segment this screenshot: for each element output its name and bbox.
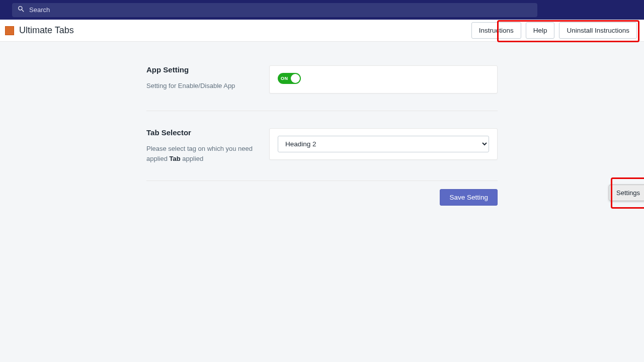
uninstall-instructions-button[interactable]: Uninstall Instructions [559, 22, 637, 39]
tab-selector-card: Heading 1Heading 2Heading 3Heading 4Head… [269, 128, 498, 160]
app-logo-icon [5, 26, 14, 35]
main-content: App Setting Setting for Enable/Disable A… [0, 42, 644, 206]
app-header: Ultimate Tabs Instructions Help Uninstal… [0, 20, 644, 42]
header-buttons: Instructions Help Uninstall Instructions [471, 22, 637, 39]
instructions-button[interactable]: Instructions [471, 22, 521, 39]
app-setting-title: App Setting [146, 65, 259, 74]
search-box[interactable] [12, 3, 537, 17]
toggle-knob-icon [291, 74, 300, 83]
toggle-state-label: ON [281, 76, 288, 81]
tab-selector-description: Please select tag on which you need appl… [146, 144, 259, 163]
search-icon [17, 5, 25, 15]
top-search-bar [0, 0, 644, 20]
tag-select[interactable]: Heading 1Heading 2Heading 3Heading 4Head… [278, 136, 489, 152]
search-input[interactable] [29, 6, 532, 14]
help-button[interactable]: Help [526, 22, 555, 39]
app-title-wrap: Ultimate Tabs [5, 25, 74, 36]
settings-floating-tab[interactable]: Settings [609, 185, 644, 201]
app-setting-description: Setting for Enable/Disable App [146, 81, 259, 91]
section-app-setting: App Setting Setting for Enable/Disable A… [146, 65, 498, 111]
tab-selector-desc-post: applied [181, 155, 204, 162]
app-enable-toggle[interactable]: ON [278, 73, 301, 84]
tab-selector-title: Tab Selector [146, 128, 259, 137]
app-setting-card: ON [269, 65, 498, 94]
section-tab-selector: Tab Selector Please select tag on which … [146, 128, 498, 181]
save-row: Save Setting [146, 189, 498, 206]
app-title: Ultimate Tabs [19, 25, 74, 36]
tab-selector-desc-bold: Tab [170, 155, 181, 162]
save-setting-button[interactable]: Save Setting [440, 189, 498, 206]
